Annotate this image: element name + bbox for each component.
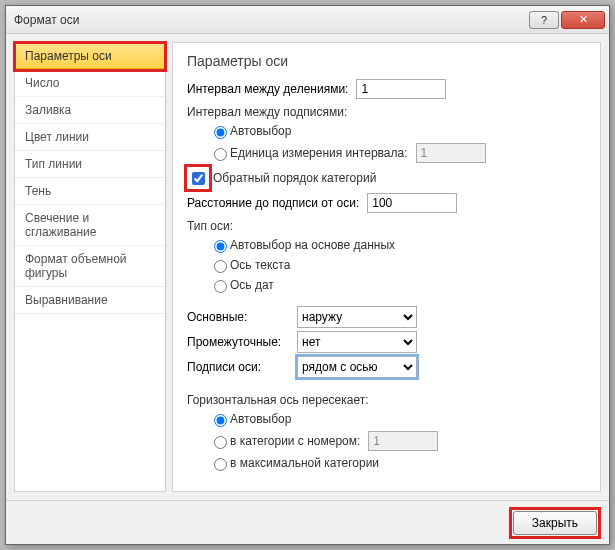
- content-panel: Параметры оси Интервал между делениями: …: [172, 42, 601, 492]
- cross-catnum-input[interactable]: [368, 431, 438, 451]
- sidebar-item-line-type[interactable]: Тип линии: [15, 151, 165, 178]
- interval-divisions-input[interactable]: [356, 79, 446, 99]
- sidebar-item-label: Цвет линии: [25, 130, 89, 144]
- axis-type-text-label: Ось текста: [230, 258, 290, 272]
- interval-labels-unit-radio[interactable]: [214, 148, 227, 161]
- titlebar: Формат оси ? ✕: [6, 6, 609, 34]
- sidebar-item-alignment[interactable]: Выравнивание: [15, 287, 165, 314]
- cross-auto-radio[interactable]: [214, 414, 227, 427]
- close-icon: ✕: [579, 13, 588, 26]
- axis-type-date-radio[interactable]: [214, 280, 227, 293]
- interval-labels-label: Интервал между подписями:: [187, 105, 586, 119]
- help-icon: ?: [541, 14, 547, 26]
- reverse-order-highlight: [187, 167, 209, 189]
- interval-labels-unit-label: Единица измерения интервала:: [230, 146, 408, 160]
- cross-auto-label: Автовыбор: [230, 412, 291, 426]
- sidebar-item-fill[interactable]: Заливка: [15, 97, 165, 124]
- sidebar-item-number[interactable]: Число: [15, 70, 165, 97]
- interval-divisions-label: Интервал между делениями:: [187, 82, 348, 96]
- sidebar-item-line-color[interactable]: Цвет линии: [15, 124, 165, 151]
- cross-max-label: в максимальной категории: [230, 456, 379, 470]
- dialog-footer: Закрыть: [6, 500, 609, 544]
- sidebar-item-label: Свечение и сглаживание: [25, 211, 96, 239]
- sidebar-item-label: Выравнивание: [25, 293, 108, 307]
- cross-catnum-radio[interactable]: [214, 436, 227, 449]
- sidebar-item-label: Заливка: [25, 103, 71, 117]
- cross-max-radio[interactable]: [214, 458, 227, 471]
- dialog-window: Формат оси ? ✕ Параметры оси Число Залив…: [5, 5, 610, 545]
- sidebar-item-label: Тень: [25, 184, 51, 198]
- minor-ticks-label: Промежуточные:: [187, 335, 297, 349]
- sidebar-item-label: Число: [25, 76, 60, 90]
- sidebar-item-3d-format[interactable]: Формат объемной фигуры: [15, 246, 165, 287]
- axis-type-auto-radio[interactable]: [214, 240, 227, 253]
- sidebar-item-glow[interactable]: Свечение и сглаживание: [15, 205, 165, 246]
- axis-type-text-radio[interactable]: [214, 260, 227, 273]
- cross-catnum-label: в категории с номером:: [230, 434, 360, 448]
- sidebar-item-shadow[interactable]: Тень: [15, 178, 165, 205]
- close-button[interactable]: Закрыть: [513, 511, 597, 535]
- interval-labels-auto-label: Автовыбор: [230, 124, 291, 138]
- captions-select[interactable]: рядом с осью: [297, 356, 417, 378]
- sidebar-item-axis-options[interactable]: Параметры оси: [15, 43, 165, 70]
- axis-type-auto-label: Автовыбор на основе данных: [230, 238, 395, 252]
- minor-ticks-select[interactable]: нет: [297, 331, 417, 353]
- window-title: Формат оси: [14, 13, 527, 27]
- cross-label: Горизонтальная ось пересекает:: [187, 393, 586, 407]
- window-close-button[interactable]: ✕: [561, 11, 605, 29]
- dialog-body: Параметры оси Число Заливка Цвет линии Т…: [6, 34, 609, 500]
- major-ticks-label: Основные:: [187, 310, 297, 324]
- panel-heading: Параметры оси: [187, 53, 586, 69]
- captions-label: Подписи оси:: [187, 360, 297, 374]
- distance-label: Расстояние до подписи от оси:: [187, 196, 359, 210]
- axis-type-date-label: Ось дат: [230, 278, 274, 292]
- sidebar-item-label: Параметры оси: [25, 49, 112, 63]
- axis-type-label: Тип оси:: [187, 219, 586, 233]
- interval-labels-unit-input[interactable]: [416, 143, 486, 163]
- close-button-highlight: Закрыть: [513, 511, 597, 535]
- sidebar-item-label: Тип линии: [25, 157, 82, 171]
- sidebar: Параметры оси Число Заливка Цвет линии Т…: [14, 42, 166, 492]
- sidebar-item-label: Формат объемной фигуры: [25, 252, 127, 280]
- reverse-order-label: Обратный порядок категорий: [213, 171, 376, 185]
- major-ticks-select[interactable]: наружу: [297, 306, 417, 328]
- reverse-order-checkbox[interactable]: [192, 172, 205, 185]
- help-button[interactable]: ?: [529, 11, 559, 29]
- interval-labels-auto-radio[interactable]: [214, 126, 227, 139]
- distance-input[interactable]: [367, 193, 457, 213]
